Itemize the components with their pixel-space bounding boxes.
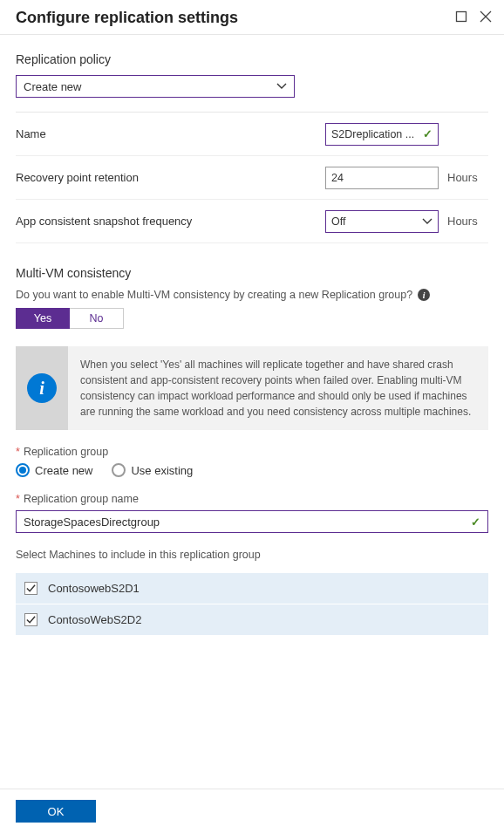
machines-label: Select Machines to include in this repli… xyxy=(16,549,488,561)
multi-vm-label: Multi-VM consistency xyxy=(16,266,488,280)
ok-button[interactable]: OK xyxy=(16,800,96,823)
replication-group-name-label-text: Replication group name xyxy=(24,493,139,505)
check-icon: ✓ xyxy=(423,127,432,140)
name-label: Name xyxy=(16,127,325,140)
replication-policy-label: Replication policy xyxy=(16,52,488,66)
panel-header: Configure replication settings xyxy=(0,0,504,35)
snapshot-row: App consistent snapshot frequency Off Ho… xyxy=(16,200,488,243)
radio-icon xyxy=(112,463,126,477)
replication-group-label-text: Replication group xyxy=(24,446,108,458)
name-row: Name S2Dreplication ... ✓ xyxy=(16,113,488,156)
required-star: * xyxy=(16,493,20,505)
replication-group-name-label: *Replication group name xyxy=(16,493,488,505)
replication-group-radios: Create new Use existing xyxy=(16,463,488,477)
required-star: * xyxy=(16,446,20,458)
replication-group-name-input[interactable]: StorageSpacesDirectgroup ✓ xyxy=(16,510,488,533)
name-value: S2Dreplication ... xyxy=(331,128,414,140)
radio-create-label: Create new xyxy=(35,464,92,477)
machine-name: ContosowebS2D1 xyxy=(48,582,140,595)
info-box-icon-col: i xyxy=(16,346,68,430)
machine-list: ContosowebS2D1 ContosoWebS2D2 xyxy=(16,573,488,636)
toggle-no[interactable]: No xyxy=(70,308,124,329)
info-box: i When you select 'Yes' all machines wil… xyxy=(16,346,488,430)
checkbox-icon[interactable] xyxy=(24,613,37,626)
multi-vm-question-text: Do you want to enable Multi-VM consisten… xyxy=(16,289,412,301)
radio-use-existing[interactable]: Use existing xyxy=(112,463,193,477)
retention-row: Recovery point retention 24 Hours xyxy=(16,156,488,200)
snapshot-dropdown[interactable]: Off xyxy=(325,210,439,233)
snapshot-suffix: Hours xyxy=(447,215,478,228)
radio-use-label: Use existing xyxy=(131,464,193,477)
multi-vm-question: Do you want to enable Multi-VM consisten… xyxy=(16,289,488,301)
chevron-down-icon xyxy=(276,81,287,92)
machine-row[interactable]: ContosoWebS2D2 xyxy=(16,604,488,636)
restore-icon[interactable] xyxy=(455,10,467,25)
replication-group-label: *Replication group xyxy=(16,446,488,458)
info-box-text: When you select 'Yes' all machines will … xyxy=(68,346,488,430)
machine-row[interactable]: ContosowebS2D1 xyxy=(16,573,488,604)
retention-label: Recovery point retention xyxy=(16,171,325,184)
info-icon: i xyxy=(27,373,57,403)
retention-value: 24 xyxy=(331,172,344,184)
footer: OK xyxy=(0,789,504,833)
chevron-down-icon xyxy=(422,215,432,228)
multi-vm-toggle: Yes No xyxy=(16,308,488,329)
radio-create-new[interactable]: Create new xyxy=(16,463,92,477)
snapshot-value: Off xyxy=(331,215,345,228)
machine-name: ContosoWebS2D2 xyxy=(48,613,141,626)
page-title: Configure replication settings xyxy=(16,9,238,27)
toggle-yes[interactable]: Yes xyxy=(16,308,70,329)
svg-rect-0 xyxy=(457,12,467,22)
retention-suffix: Hours xyxy=(447,171,478,184)
radio-icon xyxy=(16,463,30,477)
snapshot-label: App consistent snapshot frequency xyxy=(16,215,325,228)
check-icon: ✓ xyxy=(471,516,480,529)
replication-policy-value: Create new xyxy=(24,80,81,93)
retention-input[interactable]: 24 xyxy=(325,167,439,189)
replication-policy-dropdown[interactable]: Create new xyxy=(16,75,295,98)
replication-group-name-value: StorageSpacesDirectgroup xyxy=(24,516,160,529)
name-input[interactable]: S2Dreplication ... ✓ xyxy=(325,123,439,146)
close-icon[interactable] xyxy=(480,10,492,25)
checkbox-icon[interactable] xyxy=(24,582,37,595)
info-icon[interactable]: i xyxy=(418,289,430,301)
